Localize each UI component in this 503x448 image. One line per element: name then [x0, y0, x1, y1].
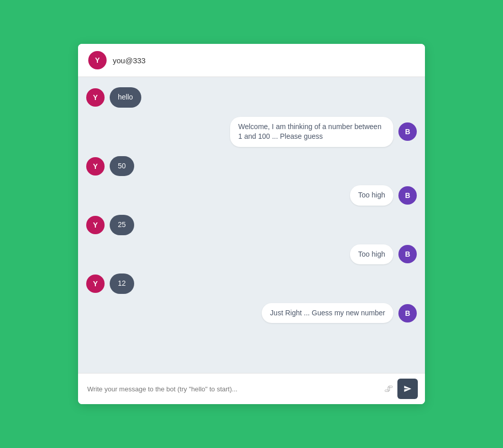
user-avatar: Y [86, 88, 105, 107]
send-button[interactable] [397, 379, 418, 399]
message-row: Too highB [86, 185, 417, 206]
chat-header: Y you@333 [78, 44, 425, 77]
message-row: Y12 [86, 273, 417, 294]
message-row: Y25 [86, 215, 417, 235]
bot-avatar: B [398, 122, 417, 141]
user-bubble: 25 [110, 215, 134, 235]
bot-bubble: Just Right ... Guess my new number [262, 303, 393, 323]
message-row: Too highB [86, 244, 417, 265]
message-row: Welcome, I am thinking of a number betwe… [86, 117, 417, 147]
bot-bubble: Welcome, I am thinking of a number betwe… [230, 117, 393, 147]
chat-window: Y you@333 YhelloWelcome, I am thinking o… [78, 44, 425, 404]
user-bubble: 50 [110, 156, 134, 177]
user-avatar: Y [86, 157, 105, 176]
bot-avatar: B [398, 245, 417, 263]
message-row: Just Right ... Guess my new numberB [86, 303, 417, 323]
bot-avatar: B [398, 304, 417, 322]
bot-avatar: B [398, 186, 417, 205]
bot-bubble: Too high [350, 244, 393, 265]
message-row: Yhello [86, 87, 417, 108]
chat-messages: YhelloWelcome, I am thinking of a number… [78, 77, 425, 373]
header-username: you@333 [113, 56, 145, 65]
user-avatar: Y [86, 275, 105, 293]
message-input[interactable] [85, 382, 384, 396]
bot-bubble: Too high [350, 185, 393, 206]
user-bubble: hello [110, 87, 141, 108]
attach-icon[interactable]: 🖇 [384, 384, 393, 394]
message-row: Y50 [86, 156, 417, 177]
send-icon [404, 385, 412, 393]
user-bubble: 12 [110, 273, 134, 294]
header-avatar: Y [88, 51, 107, 69]
user-avatar: Y [86, 216, 105, 234]
chat-input-area: 🖇 [78, 373, 425, 404]
